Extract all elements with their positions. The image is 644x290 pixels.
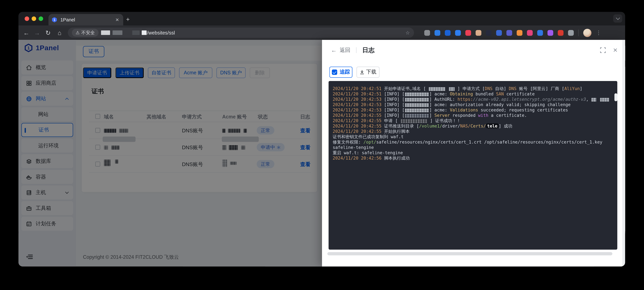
redacted-log-segment bbox=[405, 98, 429, 101]
warning-icon: ⚠ bbox=[76, 30, 80, 35]
redacted-log-segment bbox=[405, 92, 429, 96]
flame-extension-icon[interactable] bbox=[517, 30, 522, 36]
redacted-log-segment bbox=[449, 87, 454, 91]
fullscreen-icon[interactable] bbox=[600, 47, 606, 53]
extensions-row: ⋮ bbox=[424, 26, 601, 40]
face-extension-icon[interactable] bbox=[476, 30, 482, 36]
new-tab-button[interactable]: + bbox=[126, 15, 130, 24]
browser-tab[interactable]: 1 1Panel ✕ bbox=[48, 14, 123, 26]
dark-cam-extension-icon[interactable] bbox=[486, 30, 492, 36]
chevron-down-icon bbox=[616, 16, 620, 20]
clipboard-extension-icon[interactable] bbox=[568, 30, 574, 36]
redacted-log-segment bbox=[405, 103, 429, 107]
close-icon[interactable]: ✕ bbox=[613, 47, 618, 54]
send-extension-icon[interactable] bbox=[424, 30, 430, 36]
redacted-log-segment bbox=[429, 87, 446, 91]
home-icon[interactable]: ⌂ bbox=[55, 26, 64, 40]
download-label: 下载 bbox=[366, 69, 376, 76]
blue-bird-extension-icon[interactable] bbox=[455, 30, 461, 36]
trace-label: 追踪 bbox=[340, 69, 350, 76]
ring-extension-icon[interactable] bbox=[537, 30, 543, 36]
back-icon[interactable]: ← bbox=[22, 26, 31, 40]
lock-extension-icon[interactable] bbox=[496, 30, 502, 36]
drawer-header: ← 返回 日志 ✕ bbox=[322, 40, 625, 61]
redacted-log-segment bbox=[401, 119, 427, 123]
reload-icon[interactable]: ↻ bbox=[44, 26, 52, 40]
redacted-url-segment bbox=[112, 31, 122, 35]
security-chip[interactable]: ⚠不安全 bbox=[72, 29, 98, 37]
browser-window: 1 1Panel ✕ + ← → ↻ ⌂ ⚠不安全 /websites/ssl … bbox=[18, 12, 625, 266]
redacted-log-segment bbox=[405, 114, 429, 117]
profile-avatar[interactable] bbox=[583, 29, 592, 37]
redacted-log-segment bbox=[592, 98, 596, 101]
tab-search-button[interactable] bbox=[613, 15, 622, 23]
terminal-horizontal-scrollbar[interactable] bbox=[327, 252, 612, 255]
blue-swirl-extension-icon[interactable] bbox=[445, 30, 451, 36]
url-path: /websites/ssl bbox=[147, 30, 175, 36]
window-close-button[interactable] bbox=[24, 17, 29, 21]
trace-checkbox[interactable] bbox=[332, 70, 337, 75]
toolbar-divider bbox=[578, 29, 579, 36]
log-terminal: 2024/11/20 20:42:51 开始申请证书,域名 [ ] 申请方式 [… bbox=[329, 81, 617, 250]
redacted-url-segment bbox=[101, 31, 110, 35]
app-viewport: 1 1Panel 概览 应用商店 网站 bbox=[18, 40, 625, 266]
tab-close-icon[interactable]: ✕ bbox=[114, 17, 120, 22]
redacted-log-segment bbox=[600, 98, 609, 101]
window-minimize-button[interactable] bbox=[32, 17, 36, 21]
pocket-extension-icon[interactable] bbox=[465, 30, 471, 36]
desktop: 1 1Panel ✕ + ← → ↻ ⌂ ⚠不安全 /websites/ssl … bbox=[0, 0, 644, 290]
modal-overlay bbox=[18, 40, 322, 266]
forward-icon[interactable]: → bbox=[32, 26, 42, 40]
browser-menu-icon[interactable]: ⋮ bbox=[596, 30, 601, 36]
terminal-vertical-scrollbar[interactable] bbox=[614, 93, 617, 101]
onepanel-favicon: 1 bbox=[52, 17, 57, 22]
red-doc-extension-icon[interactable] bbox=[558, 30, 564, 36]
prism-extension-icon[interactable] bbox=[506, 30, 512, 36]
log-drawer: ← 返回 日志 ✕ 追踪 下载 bbox=[322, 40, 625, 266]
security-label: 不安全 bbox=[81, 30, 95, 36]
redacted-url-segment bbox=[142, 31, 146, 35]
back-button[interactable]: 返回 bbox=[340, 47, 350, 54]
redacted-log-segment bbox=[405, 108, 429, 112]
url-bar[interactable]: ⚠不安全 /websites/ssl ☆ bbox=[68, 28, 414, 38]
drawer-title: 日志 bbox=[362, 46, 374, 54]
translate-extension-icon[interactable] bbox=[527, 30, 533, 36]
trace-toggle-button[interactable]: 追踪 bbox=[330, 67, 352, 78]
download-icon bbox=[360, 70, 364, 75]
tab-title: 1Panel bbox=[60, 17, 114, 22]
drawer-scrollbar-track[interactable] bbox=[622, 40, 625, 266]
header-divider bbox=[356, 47, 357, 53]
blue-drop-extension-icon[interactable] bbox=[434, 30, 440, 36]
log-output: 2024/11/20 20:42:51 开始申请证书,域名 [ ] 申请方式 [… bbox=[333, 86, 613, 161]
browser-tabstrip: 1 1Panel ✕ + bbox=[18, 12, 625, 26]
download-button[interactable]: 下载 bbox=[356, 67, 380, 78]
bookmark-star-icon[interactable]: ☆ bbox=[406, 30, 410, 36]
violet-flame-extension-icon[interactable] bbox=[548, 30, 554, 36]
back-arrow-icon[interactable]: ← bbox=[331, 47, 337, 54]
browser-toolbar: ← → ↻ ⌂ ⚠不安全 /websites/ssl ☆ ⋮ bbox=[18, 26, 625, 40]
redacted-url-segment bbox=[132, 31, 140, 35]
window-zoom-button[interactable] bbox=[39, 17, 43, 21]
